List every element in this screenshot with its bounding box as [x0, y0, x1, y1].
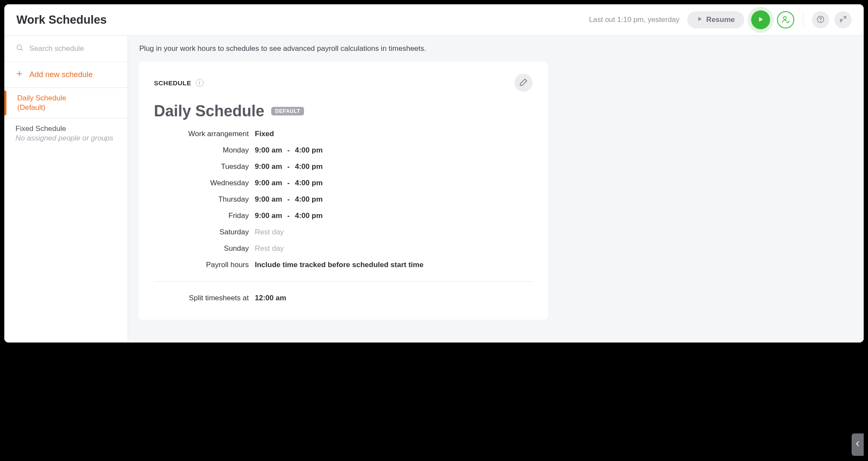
start-time: 9:00 am [255, 146, 282, 155]
info-icon[interactable]: i [196, 79, 204, 87]
last-out-text: Last out 1:10 pm, yesterday [589, 16, 680, 24]
arrangement-value: Fixed [255, 130, 533, 138]
day-times: 9:00 am - 4:00 pm [255, 146, 533, 155]
dash: - [287, 212, 290, 220]
split-grid: Split timesheets at 12:00 am [154, 294, 533, 302]
payroll-label: Payroll hours [154, 261, 249, 269]
header: Work Schedules Last out 1:10 pm, yesterd… [4, 4, 864, 36]
edit-button[interactable] [514, 74, 533, 92]
body: Add new schedule Daily Schedule (Default… [4, 36, 864, 343]
tools-icon [839, 15, 847, 25]
main: Plug in your work hours to schedules to … [128, 36, 864, 343]
header-actions: Last out 1:10 pm, yesterday Resume [589, 10, 852, 29]
dash: - [287, 195, 290, 204]
user-check-icon [781, 15, 790, 25]
start-time: 9:00 am [255, 212, 282, 220]
day-times: 9:00 am - 4:00 pm [255, 195, 533, 204]
help-button[interactable] [812, 11, 829, 28]
start-time: 9:00 am [255, 179, 282, 187]
svg-point-0 [783, 16, 787, 19]
day-label: Monday [154, 146, 249, 155]
dash: - [287, 179, 290, 187]
settings-button[interactable] [834, 11, 852, 28]
add-schedule-label: Add new schedule [29, 70, 93, 79]
day-times: 9:00 am - 4:00 pm [255, 212, 533, 220]
pencil-icon [519, 78, 528, 88]
schedule-card: SCHEDULE i Daily Schedule DEFAULT [138, 62, 548, 320]
play-icon [757, 16, 764, 24]
search-icon [16, 44, 24, 54]
rest-day: Rest day [255, 244, 533, 253]
day-label: Friday [154, 212, 249, 220]
day-label: Tuesday [154, 162, 249, 171]
start-time: 9:00 am [255, 195, 282, 204]
section-label: SCHEDULE [154, 79, 191, 87]
day-label: Wednesday [154, 179, 249, 187]
day-times: 9:00 am - 4:00 pm [255, 162, 533, 171]
user-checkin-button[interactable] [777, 11, 794, 28]
search-row[interactable] [4, 36, 128, 62]
day-times: 9:00 am - 4:00 pm [255, 179, 533, 187]
split-label: Split timesheets at [154, 294, 249, 302]
svg-point-2 [821, 21, 821, 21]
divider [803, 12, 803, 27]
sidebar-item-title: Fixed Schedule [16, 125, 116, 133]
end-time: 4:00 pm [295, 212, 323, 220]
lead-text: Plug in your work hours to schedules to … [139, 44, 853, 53]
split-value: 12:00 am [255, 294, 533, 302]
divider [154, 281, 533, 282]
plus-icon [16, 70, 23, 80]
page-title: Work Schedules [16, 13, 107, 27]
end-time: 4:00 pm [295, 195, 323, 204]
rest-day: Rest day [255, 228, 533, 237]
help-icon [816, 15, 825, 25]
end-time: 4:00 pm [295, 162, 323, 171]
svg-line-4 [21, 49, 23, 51]
day-label: Saturday [154, 228, 249, 237]
dash: - [287, 146, 290, 155]
sidebar-item-fixed-schedule[interactable]: Fixed Schedule No assigned people or gro… [4, 118, 128, 149]
sidebar: Add new schedule Daily Schedule (Default… [4, 36, 128, 343]
sidebar-item-daily-schedule[interactable]: Daily Schedule (Default) [4, 88, 128, 118]
schedule-grid: Work arrangement Fixed Monday 9:00 am - … [154, 130, 533, 269]
start-timer-button[interactable] [751, 10, 770, 29]
default-badge: DEFAULT [271, 107, 304, 115]
search-input[interactable] [29, 44, 116, 53]
play-icon [697, 16, 703, 24]
sidebar-item-title: Daily Schedule [17, 94, 116, 103]
start-time: 9:00 am [255, 162, 282, 171]
arrangement-label: Work arrangement [154, 130, 249, 138]
resume-button[interactable]: Resume [687, 11, 744, 28]
day-label: Thursday [154, 195, 249, 204]
add-schedule-button[interactable]: Add new schedule [4, 62, 128, 88]
day-label: Sunday [154, 244, 249, 253]
payroll-value: Include time tracked before scheduled st… [255, 261, 533, 269]
svg-point-3 [17, 45, 22, 50]
end-time: 4:00 pm [295, 179, 323, 187]
sidebar-item-subtitle: No assigned people or groups [16, 134, 116, 143]
resume-label: Resume [706, 16, 735, 24]
sidebar-item-subtitle: (Default) [17, 103, 116, 112]
dash: - [287, 162, 290, 171]
end-time: 4:00 pm [295, 146, 323, 155]
schedule-title: Daily Schedule [154, 102, 264, 120]
